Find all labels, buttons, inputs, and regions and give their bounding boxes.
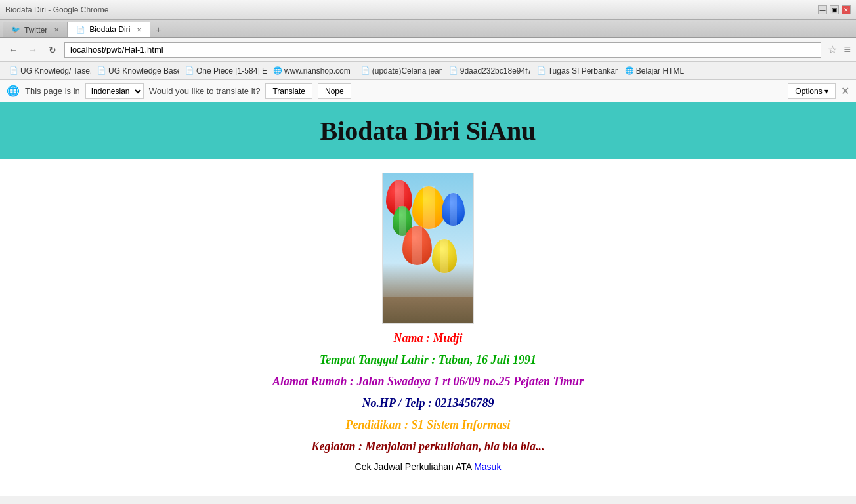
bookmark-8-icon: 🌐 bbox=[625, 66, 634, 75]
language-select[interactable]: Indonesian bbox=[85, 83, 144, 99]
tab-twitter-close[interactable]: ✕ bbox=[54, 26, 59, 33]
bookmark-4[interactable]: 🌐 www.rianshop.com bbox=[269, 65, 354, 77]
translation-bar: 🌐 This page is in Indonesian Would you l… bbox=[0, 80, 856, 102]
bookmark-8-label: Belajar HTML bbox=[636, 66, 684, 75]
balloon-orange bbox=[402, 226, 432, 265]
translate-button[interactable]: Translate bbox=[265, 83, 312, 99]
balloon-blue bbox=[442, 193, 465, 226]
ground-area bbox=[383, 297, 473, 323]
page-icon: 📄 bbox=[76, 26, 85, 34]
bookmark-2[interactable]: 📄 UG Knowledge Base... bbox=[93, 65, 179, 77]
bookmark-4-label: www.rianshop.com bbox=[284, 66, 351, 75]
balloon-gold bbox=[432, 239, 457, 273]
tab-bar: 🐦 Twitter ✕ 📄 Biodata Diri ✕ + bbox=[0, 20, 856, 38]
bookmark-7[interactable]: 📄 Tugas SI Perbankan bbox=[533, 65, 618, 77]
close-translation-bar-button[interactable]: ✕ bbox=[841, 85, 849, 97]
bookmark-1[interactable]: 📄 UG Knowledg/ Tase... bbox=[5, 65, 91, 77]
bookmark-5-icon: 📄 bbox=[361, 66, 370, 75]
page-body: Nama : Mudji Tempat Tanggal Lahir : Tuba… bbox=[0, 159, 856, 484]
profile-image bbox=[382, 173, 474, 324]
balloon-yellow bbox=[412, 186, 445, 229]
bookmark-3[interactable]: 📄 One Piece [1-584] E... bbox=[181, 65, 267, 77]
link-line: Cek Jadwal Perkuliahan ATA Masuk bbox=[0, 461, 856, 472]
twitter-icon: 🐦 bbox=[11, 26, 20, 34]
bookmark-3-label: One Piece [1-584] E... bbox=[196, 66, 267, 75]
maximize-button[interactable]: ▣ bbox=[830, 5, 839, 14]
bookmark-2-label: UG Knowledge Base... bbox=[108, 66, 179, 75]
forward-button[interactable]: → bbox=[25, 42, 41, 58]
bookmark-1-icon: 📄 bbox=[9, 66, 18, 75]
hp-field: No.HP / Telp : 0213456789 bbox=[0, 396, 856, 410]
tab-twitter-label: Twitter bbox=[24, 26, 47, 35]
nama-field: Nama : Mudji bbox=[0, 331, 856, 345]
options-button[interactable]: Options ▾ bbox=[788, 83, 836, 99]
page-header: Biodata Diri SiAnu bbox=[0, 102, 856, 159]
title-bar-controls: — ▣ ✕ bbox=[818, 5, 851, 14]
tab-biodata-label: Biodata Diri bbox=[89, 25, 130, 34]
bookmark-6[interactable]: 📄 9daad232bc18e94f7... bbox=[445, 65, 530, 77]
link-line-text: Cek Jadwal Perkuliahan ATA bbox=[355, 461, 472, 472]
bookmark-7-icon: 📄 bbox=[537, 66, 546, 75]
ttl-field: Tempat Tanggal Lahir : Tuban, 16 Juli 19… bbox=[0, 353, 856, 367]
address-input[interactable] bbox=[64, 42, 821, 58]
masuk-link[interactable]: Masuk bbox=[474, 461, 501, 472]
translate-icon: 🌐 bbox=[7, 85, 20, 97]
bookmark-6-label: 9daad232bc18e94f7... bbox=[460, 66, 530, 75]
address-bar: ← → ↻ ☆ ≡ bbox=[0, 38, 856, 62]
tab-twitter[interactable]: 🐦 Twitter ✕ bbox=[3, 22, 68, 37]
bookmark-7-label: Tugas SI Perbankan bbox=[548, 66, 618, 75]
kegiatan-field: Kegiatan : Menjalani perkuliahan, bla bl… bbox=[0, 440, 856, 453]
bookmark-star-icon[interactable]: ☆ bbox=[825, 43, 840, 56]
browser-window: Biodata Diri - Google Chrome — ▣ ✕ 🐦 Twi… bbox=[0, 0, 856, 496]
translation-prompt1: This page is in bbox=[25, 86, 80, 96]
chrome-menu-icon[interactable]: ≡ bbox=[844, 43, 851, 56]
balloon-image bbox=[382, 173, 474, 324]
bookmark-1-label: UG Knowledg/ Tase... bbox=[20, 66, 91, 75]
title-bar: Biodata Diri - Google Chrome — ▣ ✕ bbox=[0, 0, 856, 20]
pendidikan-field: Pendidikan : S1 Sistem Informasi bbox=[0, 418, 856, 432]
bookmarks-bar: 📄 UG Knowledg/ Tase... 📄 UG Knowledge Ba… bbox=[0, 62, 856, 80]
bookmark-3-icon: 📄 bbox=[185, 66, 194, 75]
nope-button[interactable]: Nope bbox=[318, 83, 351, 99]
alamat-field: Alamat Rumah : Jalan Swadaya 1 rt 06/09 … bbox=[0, 375, 856, 388]
tab-biodata[interactable]: 📄 Biodata Diri ✕ bbox=[68, 22, 150, 37]
new-tab-button[interactable]: + bbox=[150, 22, 166, 37]
close-button[interactable]: ✕ bbox=[842, 5, 851, 14]
back-button[interactable]: ← bbox=[5, 42, 21, 58]
page-title: Biodata Diri SiAnu bbox=[0, 116, 856, 146]
page-content: Biodata Diri SiAnu bbox=[0, 102, 856, 496]
bookmark-8[interactable]: 🌐 Belajar HTML bbox=[621, 65, 688, 77]
tab-biodata-close[interactable]: ✕ bbox=[137, 26, 142, 33]
title-bar-text: Biodata Diri - Google Chrome bbox=[5, 5, 818, 14]
minimize-button[interactable]: — bbox=[818, 5, 827, 14]
bookmark-4-icon: 🌐 bbox=[273, 66, 282, 75]
bookmark-5[interactable]: 📄 (update)Celana jean... bbox=[357, 65, 442, 77]
bookmark-2-icon: 📄 bbox=[97, 66, 106, 75]
translation-prompt2: Would you like to translate it? bbox=[149, 86, 261, 96]
bookmark-6-icon: 📄 bbox=[449, 66, 458, 75]
reload-button[interactable]: ↻ bbox=[45, 42, 60, 58]
bookmark-5-label: (update)Celana jean... bbox=[372, 66, 442, 75]
